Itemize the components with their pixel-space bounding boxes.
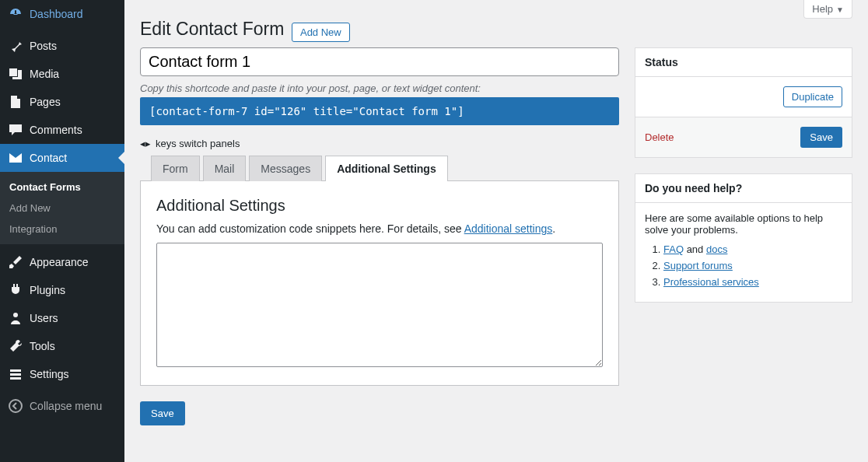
help-intro: Here are some available options to help … [645, 212, 842, 236]
tabs: Form Mail Messages Additional Settings [151, 156, 619, 181]
support-link[interactable]: Support forums [663, 260, 733, 271]
arrows-icon: ◂▸ [140, 138, 151, 149]
help-box: Do you need help? Here are some availabl… [635, 173, 852, 303]
admin-sidebar: Dashboard Posts Media Pages Comments Con… [0, 0, 124, 462]
help-item-pro: Professional services [663, 276, 842, 288]
docs-link[interactable]: docs [706, 243, 727, 255]
menu-label: Settings [30, 368, 69, 380]
menu-plugins[interactable]: Plugins [0, 276, 124, 304]
panel-description: You can add customization code snippets … [156, 222, 603, 235]
menu-media[interactable]: Media [0, 60, 124, 88]
svg-rect-2 [10, 373, 21, 376]
submenu-contact: Contact Forms Add New Integration [0, 172, 124, 244]
help-box-title: Do you need help? [635, 174, 852, 203]
comment-icon [8, 122, 23, 138]
keys-switch-label: keys switch panels [156, 138, 240, 149]
tab-form[interactable]: Form [151, 156, 200, 181]
help-tab[interactable]: Help▼ [803, 0, 852, 19]
submenu-contact-forms[interactable]: Contact Forms [0, 177, 124, 198]
menu-label: Tools [30, 340, 55, 352]
menu-dashboard[interactable]: Dashboard [0, 0, 124, 28]
additional-settings-link[interactable]: Additional settings [464, 222, 553, 235]
menu-collapse[interactable]: Collapse menu [0, 392, 124, 420]
keys-switch-hint: ◂▸ keys switch panels [140, 138, 619, 149]
menu-pages[interactable]: Pages [0, 88, 124, 116]
form-title-input[interactable] [140, 47, 619, 76]
brush-icon [8, 254, 23, 270]
menu-label: Contact [30, 152, 67, 164]
pin-icon [8, 38, 23, 54]
side-save-button[interactable]: Save [800, 127, 842, 148]
additional-settings-textarea[interactable] [156, 243, 603, 367]
menu-comments[interactable]: Comments [0, 116, 124, 144]
svg-point-0 [13, 313, 18, 317]
menu-tools[interactable]: Tools [0, 332, 124, 360]
settings-icon [8, 366, 23, 382]
plugin-icon [8, 282, 23, 298]
menu-posts[interactable]: Posts [0, 32, 124, 60]
menu-label: Collapse menu [30, 400, 102, 412]
mail-icon [8, 150, 23, 166]
dashboard-icon [8, 6, 23, 22]
svg-rect-3 [10, 377, 21, 380]
wrench-icon [8, 338, 23, 354]
tab-additional-settings[interactable]: Additional Settings [325, 156, 448, 181]
add-new-button[interactable]: Add New [292, 23, 350, 42]
chevron-down-icon: ▼ [836, 5, 844, 14]
submenu-add-new[interactable]: Add New [0, 198, 124, 219]
menu-contact[interactable]: Contact [0, 144, 124, 172]
media-icon [8, 66, 23, 82]
menu-label: Dashboard [30, 8, 83, 20]
menu-label: Comments [30, 124, 82, 136]
menu-settings[interactable]: Settings [0, 360, 124, 388]
help-item-support: Support forums [663, 260, 842, 271]
save-button[interactable]: Save [140, 401, 185, 425]
menu-label: Appearance [30, 256, 89, 268]
menu-label: Plugins [30, 284, 65, 296]
tab-mail[interactable]: Mail [203, 156, 247, 181]
menu-label: Users [30, 312, 58, 324]
menu-appearance[interactable]: Appearance [0, 248, 124, 276]
pro-link[interactable]: Professional services [663, 276, 759, 288]
menu-users[interactable]: Users [0, 304, 124, 332]
shortcode-hint: Copy this shortcode and paste it into yo… [140, 82, 619, 94]
page-title: Edit Contact Form [140, 19, 284, 40]
collapse-icon [8, 398, 23, 414]
menu-label: Posts [30, 40, 57, 52]
duplicate-button[interactable]: Duplicate [783, 86, 842, 107]
status-title: Status [635, 48, 852, 77]
delete-link[interactable]: Delete [645, 131, 674, 143]
shortcode-box[interactable]: [contact-form-7 id="126" title="Contact … [140, 97, 619, 125]
faq-link[interactable]: FAQ [663, 243, 684, 255]
svg-point-4 [9, 400, 22, 412]
submenu-integration[interactable]: Integration [0, 219, 124, 240]
tab-panel-additional-settings: Additional Settings You can add customiz… [140, 180, 619, 386]
help-label: Help [812, 3, 833, 15]
status-box: Status Duplicate Delete Save [635, 47, 852, 158]
menu-label: Pages [30, 96, 61, 108]
help-item-faq: FAQ and docs [663, 243, 842, 255]
menu-label: Media [30, 68, 59, 80]
panel-heading: Additional Settings [156, 197, 603, 215]
tab-messages[interactable]: Messages [249, 156, 322, 181]
page-icon [8, 94, 23, 110]
svg-rect-1 [10, 369, 21, 372]
main-content: Help▼ Edit Contact Form Add New Copy thi… [124, 0, 868, 462]
users-icon [8, 310, 23, 326]
